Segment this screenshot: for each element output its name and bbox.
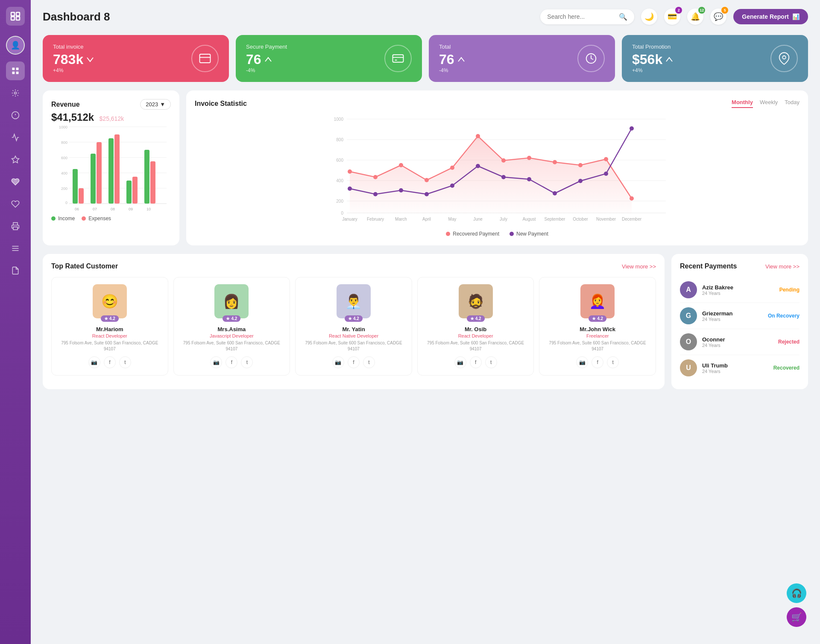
svg-text:October: October xyxy=(573,217,588,221)
invoice-legend: Recovered Payment New Payment xyxy=(195,231,800,237)
sidebar-item-favorites[interactable] xyxy=(6,150,25,169)
facebook-icon[interactable]: f xyxy=(226,356,237,368)
payment-age: 24 Years xyxy=(702,291,774,296)
message-badge: 5 xyxy=(721,7,728,14)
customer-avatar: 🧔 xyxy=(459,284,493,318)
facebook-icon[interactable]: f xyxy=(470,356,482,368)
twitter-icon[interactable]: t xyxy=(363,356,375,368)
stat-trend: +4% xyxy=(632,67,673,73)
revenue-amounts: $41,512k $25,612k xyxy=(51,111,171,123)
notification-button[interactable]: 🔔 12 xyxy=(687,9,703,25)
customer-card-1: 👩 ★ 4.2 Mrs.Asima Javascript Developer 7… xyxy=(173,277,290,376)
customer-name: Mrs.Asima xyxy=(179,326,285,332)
twitter-icon[interactable]: t xyxy=(119,356,131,368)
stat-info: Total invoice 783k +4% xyxy=(53,44,94,73)
legend-income: Income xyxy=(51,216,75,221)
stat-card-payment: Secure Payment 76 -4% xyxy=(236,35,422,82)
user-avatar[interactable]: 👤 xyxy=(6,36,25,55)
svg-point-75 xyxy=(630,196,634,201)
svg-point-23 xyxy=(782,56,786,59)
theme-toggle-button[interactable]: 🌙 xyxy=(641,9,657,25)
facebook-icon[interactable]: f xyxy=(104,356,116,368)
customers-title: Top Rated Customer xyxy=(51,262,118,270)
tab-weekly[interactable]: Weekly xyxy=(760,99,778,108)
instagram-icon[interactable]: 📷 xyxy=(454,356,466,368)
svg-point-79 xyxy=(425,192,429,196)
svg-text:600: 600 xyxy=(336,158,343,163)
message-button[interactable]: 💬 5 xyxy=(710,9,726,25)
svg-point-67 xyxy=(425,178,429,182)
sidebar-item-heart[interactable] xyxy=(6,172,25,191)
stat-value: 76 xyxy=(246,52,287,67)
twitter-icon[interactable]: t xyxy=(485,356,497,368)
svg-rect-0 xyxy=(11,12,15,16)
instagram-icon[interactable]: 📷 xyxy=(88,356,100,368)
customer-avatar-wrap: 👩 ★ 4.2 xyxy=(214,284,249,318)
svg-rect-42 xyxy=(126,181,132,204)
sidebar-item-heart2[interactable] xyxy=(6,195,25,213)
customer-socials: 📷 f t xyxy=(301,356,407,368)
stat-label: Total xyxy=(439,44,465,50)
facebook-icon[interactable]: f xyxy=(348,356,360,368)
customer-socials: 📷 f t xyxy=(57,356,163,368)
svg-text:0: 0 xyxy=(65,201,67,205)
svg-point-68 xyxy=(450,166,454,170)
top-customers-card: Top Rated Customer View more >> 😊 ★ 4.2 … xyxy=(43,254,665,389)
tab-today[interactable]: Today xyxy=(785,99,800,108)
svg-text:November: November xyxy=(596,217,616,221)
payment-info: Uli Trumb 24 Years xyxy=(702,362,768,374)
payment-name: Oconner xyxy=(702,336,773,343)
svg-text:September: September xyxy=(545,217,566,221)
support-float-button[interactable]: 🎧 xyxy=(787,583,806,603)
invoice-title: Invoice Statistic xyxy=(195,100,247,108)
stat-value: $56k xyxy=(632,52,673,67)
payments-view-more[interactable]: View more >> xyxy=(765,263,800,270)
svg-point-85 xyxy=(578,179,583,183)
svg-rect-19 xyxy=(393,55,404,62)
search-input[interactable] xyxy=(547,13,615,20)
svg-text:200: 200 xyxy=(61,186,67,191)
customers-view-more[interactable]: View more >> xyxy=(622,263,656,270)
svg-text:0: 0 xyxy=(341,211,343,216)
sidebar-item-dashboard[interactable] xyxy=(6,61,25,80)
customers-grid: 😊 ★ 4.2 Mr.Hariom React Developer 795 Fo… xyxy=(51,277,656,376)
instagram-icon[interactable]: 📷 xyxy=(576,356,588,368)
svg-rect-39 xyxy=(97,142,102,204)
instagram-icon[interactable]: 📷 xyxy=(210,356,222,368)
sidebar-item-doc[interactable] xyxy=(6,261,25,280)
customer-rating: ★ 4.2 xyxy=(467,315,485,322)
twitter-icon[interactable]: t xyxy=(241,356,253,368)
svg-point-84 xyxy=(553,191,557,195)
generate-report-button[interactable]: Generate Report 📊 xyxy=(733,9,808,24)
svg-rect-41 xyxy=(114,134,120,204)
sidebar-item-print[interactable] xyxy=(6,217,25,236)
svg-rect-6 xyxy=(12,72,15,74)
wallet-button[interactable]: 💳 2 xyxy=(664,9,680,25)
customer-rating: ★ 4.2 xyxy=(589,315,606,322)
revenue-card: Revenue 2023 ▼ $41,512k $25,612k xyxy=(43,90,179,245)
svg-text:May: May xyxy=(448,217,457,221)
svg-point-77 xyxy=(373,192,378,196)
sidebar-item-analytics[interactable] xyxy=(6,128,25,147)
payment-item-3: U Uli Trumb 24 Years Recovered xyxy=(680,355,800,381)
payments-section-header: Recent Payments View more >> xyxy=(680,262,800,270)
search-box[interactable]: 🔍 xyxy=(540,9,634,24)
sidebar-logo[interactable] xyxy=(6,7,25,26)
tab-monthly[interactable]: Monthly xyxy=(732,99,753,108)
customer-role: Freelancer xyxy=(545,333,650,338)
sidebar: 👤 xyxy=(0,0,31,644)
sidebar-item-menu[interactable] xyxy=(6,239,25,258)
revenue-amount: $41,512k xyxy=(51,111,94,123)
stat-icon-circle xyxy=(384,45,412,72)
year-selector[interactable]: 2023 ▼ xyxy=(140,99,171,110)
sidebar-item-info[interactable] xyxy=(6,106,25,125)
instagram-icon[interactable]: 📷 xyxy=(332,356,344,368)
cart-float-button[interactable]: 🛒 xyxy=(787,607,806,627)
stat-icon-circle xyxy=(577,45,605,72)
customer-rating: ★ 4.2 xyxy=(223,315,240,322)
sidebar-item-settings[interactable] xyxy=(6,84,25,102)
twitter-icon[interactable]: t xyxy=(607,356,619,368)
customer-avatar: 👩‍🦰 xyxy=(580,284,615,318)
svg-rect-13 xyxy=(13,227,18,230)
facebook-icon[interactable]: f xyxy=(592,356,603,368)
